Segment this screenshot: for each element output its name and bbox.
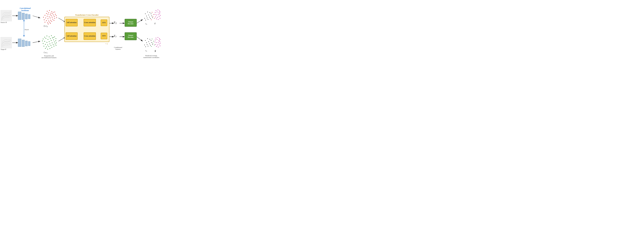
result-cloud-x-hat	[154, 36, 161, 50]
self-attention-top: Self attention	[66, 19, 78, 26]
svg-point-95	[47, 49, 48, 50]
svg-point-131	[150, 45, 151, 46]
svg-point-99	[56, 45, 56, 46]
svg-point-49	[46, 20, 47, 21]
backbone-box-6	[22, 40, 24, 47]
svg-point-32	[50, 14, 51, 15]
backbone-box-1	[18, 12, 21, 20]
svg-point-162	[160, 39, 160, 40]
svg-point-139	[158, 10, 158, 10]
svg-point-26	[52, 12, 52, 12]
svg-point-140	[159, 11, 160, 12]
svg-point-113	[152, 18, 153, 18]
svg-point-146	[156, 15, 157, 16]
svg-point-24	[47, 11, 48, 12]
svg-point-150	[157, 17, 158, 18]
svg-point-114	[152, 12, 152, 12]
svg-point-165	[158, 42, 159, 43]
svg-point-54	[56, 18, 57, 18]
svg-point-25	[49, 10, 50, 11]
svg-point-88	[44, 46, 44, 46]
svg-point-148	[160, 14, 160, 14]
y-hat-label: Ŷ	[154, 22, 156, 25]
svg-point-34	[54, 12, 55, 12]
svg-point-48	[44, 20, 45, 20]
svg-point-33	[52, 14, 53, 14]
architecture-diagram: Source Source X Target Y Convolutional b…	[0, 0, 161, 58]
target-label: Target Y	[0, 48, 6, 50]
svg-point-68	[46, 38, 46, 39]
svg-point-116	[152, 16, 153, 17]
target-point-cloud	[40, 34, 58, 52]
svg-line-19	[137, 20, 143, 23]
shared-label: Shared	[24, 29, 29, 30]
svg-point-145	[155, 14, 156, 15]
svg-point-28	[51, 13, 52, 14]
svg-point-36	[47, 16, 48, 17]
svg-point-67	[43, 39, 44, 40]
svg-point-55	[45, 22, 46, 23]
f-bar-x-label: FX̃	[114, 22, 116, 24]
svg-point-147	[158, 14, 159, 15]
svg-point-44	[50, 18, 51, 18]
svg-point-79	[53, 40, 54, 40]
svg-point-51	[50, 20, 51, 21]
svg-point-65	[51, 35, 52, 36]
svg-point-102	[150, 12, 150, 13]
svg-point-59	[54, 20, 54, 21]
backbone-box-2	[22, 13, 24, 20]
backbone-box-3	[25, 14, 28, 19]
svg-rect-21	[0, 10, 12, 21]
svg-point-31	[48, 14, 48, 15]
source-cloud-label: X̃, FX̃	[44, 25, 48, 28]
svg-point-85	[52, 42, 52, 43]
svg-point-70	[50, 38, 51, 39]
self-attention-bottom: Self attention	[66, 32, 78, 40]
backbone-box-4	[28, 14, 30, 19]
svg-point-161	[159, 40, 160, 41]
svg-point-56	[47, 22, 48, 23]
svg-point-111	[148, 19, 148, 20]
svg-point-129	[145, 46, 146, 47]
svg-point-133	[152, 39, 152, 39]
svg-point-103	[146, 16, 147, 16]
backbone-box-8	[28, 41, 30, 46]
svg-point-83	[47, 45, 48, 46]
svg-point-151	[159, 16, 160, 17]
svg-point-64	[49, 36, 50, 37]
svg-point-123	[148, 41, 149, 42]
svg-point-121	[150, 39, 150, 40]
source-point-cloud	[40, 9, 58, 26]
svg-point-92	[53, 44, 54, 45]
svg-point-154	[158, 19, 159, 20]
svg-point-160	[157, 39, 158, 40]
svg-point-41	[43, 17, 44, 18]
svg-point-60	[48, 24, 49, 24]
svg-point-125	[144, 45, 145, 45]
svg-point-86	[54, 42, 55, 42]
svg-point-77	[49, 41, 50, 42]
cross-attention-bottom: Cross attention	[84, 32, 96, 40]
svg-point-144	[160, 12, 160, 12]
svg-point-47	[56, 16, 57, 16]
transformer-title: Transformer Cross-Encoder	[65, 14, 109, 16]
svg-point-112	[150, 18, 151, 19]
svg-point-141	[155, 12, 156, 13]
svg-point-126	[147, 44, 148, 45]
svg-point-137	[151, 46, 152, 47]
svg-rect-23	[0, 37, 12, 48]
svg-point-29	[53, 12, 54, 13]
svg-point-27	[48, 12, 49, 13]
svg-point-58	[52, 21, 52, 22]
svg-point-78	[51, 40, 52, 41]
svg-point-76	[46, 42, 47, 43]
svg-point-163	[155, 42, 156, 42]
svg-point-63	[46, 36, 47, 36]
backbone-box-7	[25, 41, 28, 46]
svg-point-173	[160, 46, 160, 46]
o-hat-y-label: ôY	[145, 50, 147, 52]
svg-point-69	[48, 39, 48, 40]
target-lidar-image	[0, 37, 12, 48]
svg-point-159	[155, 40, 156, 40]
conditioned-features-label: Conditioned features	[112, 46, 124, 50]
